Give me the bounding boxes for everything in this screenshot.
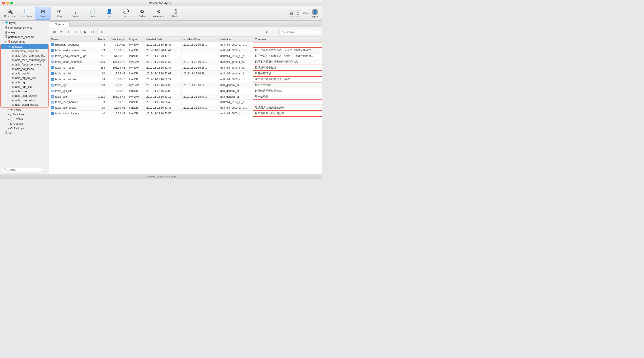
view-button[interactable]: 👁 View xyxy=(52,7,68,20)
sidebar-search-input[interactable] xyxy=(8,168,40,171)
view-toggle-right[interactable]: ⊡ xyxy=(295,10,301,16)
search-icon: 🔍 xyxy=(4,168,7,171)
table-row[interactable]: table_tag_list_like3416.00 KBInnoDB2019-… xyxy=(49,76,322,82)
col-header-name: Name xyxy=(49,37,92,42)
window-title: Navicat for MySQL xyxy=(149,1,173,5)
table-row[interactable]: table_ugc2887.03 KBMyISAM2019-11-23 16:5… xyxy=(49,82,322,88)
sidebar-item-events[interactable]: ▶ 🕐 Events xyxy=(0,117,49,121)
edit-table-button[interactable]: ✏ xyxy=(58,28,65,35)
cell-created: 2019-11-23 16:52:01 xyxy=(144,71,182,76)
table-row-icon xyxy=(51,60,54,63)
sidebar-item-table-tag-list[interactable]: ⊞ table_tag_list xyxy=(1,71,48,76)
table-container[interactable]: Name Rows Data Length Engine Created Dat… xyxy=(49,37,322,174)
function-button[interactable]: ƒ Function xyxy=(68,7,84,20)
connection-button[interactable]: 🔌 Connection xyxy=(2,7,18,20)
cell-created: 2019-11-23 16:53:50 xyxy=(144,111,182,116)
query-button[interactable]: 💬 Query xyxy=(118,7,134,20)
table-icon-13: ⊞ xyxy=(12,103,14,106)
table-row[interactable]: table_watch_history4016.00 KBInnoDB2019-… xyxy=(49,111,322,116)
table-icon-5: ⊞ xyxy=(12,68,14,71)
list-view-btn[interactable]: ≡ xyxy=(263,28,270,35)
new-query-button[interactable]: 📄 New Query xyxy=(18,7,34,20)
table-row[interactable]: table_hot_feeds264101.14 KBMyISAM2019-11… xyxy=(49,65,322,71)
sidebar-item-sys[interactable]: 🗄 sys xyxy=(0,131,49,135)
add-view-button[interactable]: + xyxy=(65,28,72,35)
cell-collation: utf8mb4_0900_ai_ci... xyxy=(218,105,253,111)
table-search-input[interactable] xyxy=(286,31,318,33)
table-row[interactable]: table_feeds_comment1,030126.51 KBMyISAM2… xyxy=(49,59,322,65)
connection-label: Connection xyxy=(4,15,16,17)
table-row[interactable]: table_user1,221156.05 KBMyISAM2019-11-23… xyxy=(49,94,322,100)
sidebar-item-table-ugc-like[interactable]: ⊞ table_ugc_like xyxy=(1,85,48,89)
sidebar-item-table-user-follow[interactable]: ⊞ table_user_follow xyxy=(1,98,48,103)
table-row[interactable]: table_user_banner316.00 KBInnoDB2019-11-… xyxy=(49,100,322,105)
add-table-button[interactable]: ⊞ xyxy=(51,28,58,35)
sidebar: ▼ 🐬 mysql 🗄 information_schema 🗄 mysql 🗄… xyxy=(0,20,49,174)
automation-button[interactable]: ⚙ Automation xyxy=(151,7,167,20)
table-row[interactable]: hibernate_sequence436 bytesMyISAM2019-11… xyxy=(49,42,322,47)
table-row[interactable]: table_user_follow2016.00 KBInnoDB2019-11… xyxy=(49,105,322,111)
sidebar-item-backups[interactable]: ▶ ♻ Backups xyxy=(0,126,49,131)
event-label: Event xyxy=(90,15,96,17)
design-table-button[interactable]: ⊟ xyxy=(89,28,96,35)
grid-view-btn[interactable]: ⠿ xyxy=(256,28,263,35)
cell-created: 2019-11-23 16:52:27 xyxy=(144,76,182,82)
sidebar-item-table-feed-comment-ugc[interactable]: ⊞ table_feed_comment_ugc xyxy=(1,58,48,62)
table-row[interactable]: table_feed_comment_like3916.00 KBInnoDB2… xyxy=(49,47,322,53)
cell-modified: 2019-11-22 16:28:... xyxy=(181,59,218,65)
sidebar-item-mysql[interactable]: 🗄 mysql xyxy=(0,30,49,35)
sidebar-search-box[interactable]: 🔍 xyxy=(2,168,42,172)
cell-engine: InnoDB xyxy=(127,47,144,53)
minimize-button[interactable] xyxy=(6,2,9,4)
sidebar-item-table-feed-comment-like[interactable]: ⊞ table_feed_comment_like xyxy=(1,53,48,58)
table-row[interactable]: table_feed_comment_ugc76164.00 KBInnoDB2… xyxy=(49,53,322,59)
cell-rows: 288 xyxy=(92,82,107,88)
sidebar-item-table-tag-list-like[interactable]: ⊞ table_tag_list_like xyxy=(1,76,48,80)
objects-tab[interactable]: Objects xyxy=(49,21,70,27)
open-table-button[interactable]: ▶ xyxy=(82,28,89,35)
view-toggle-left[interactable]: ▤ xyxy=(288,10,294,16)
user-button[interactable]: 👤 User xyxy=(101,7,117,20)
new-query-label: New Query xyxy=(21,15,32,17)
sidebar-item-tables[interactable]: ▼ ⊞ Tables xyxy=(1,44,48,49)
delete-button[interactable]: ✕ xyxy=(72,28,79,35)
table-button[interactable]: ⊞ Table xyxy=(35,7,51,20)
model-button[interactable]: 🗄 Model xyxy=(167,7,183,20)
sign-in-button[interactable]: 👤 Sign In xyxy=(310,9,320,18)
cell-modified: 2019-11-22 16:28:... xyxy=(181,82,218,88)
sidebar-item-table-hot-feeds[interactable]: ⊞ table_hot_feeds xyxy=(1,67,48,71)
sidebar-item-performance-schema[interactable]: 🗄 performance_schema xyxy=(0,35,49,39)
sidebar-item-functions[interactable]: ▶ ƒ Functions xyxy=(0,112,49,117)
db-icon: 🗄 xyxy=(4,26,8,29)
new-query-icon: 📄 xyxy=(24,9,30,14)
cell-modified xyxy=(181,88,218,94)
maximize-button[interactable] xyxy=(10,2,13,4)
table-search-box[interactable]: 🔍 xyxy=(280,30,320,34)
table-row[interactable]: table_ugc_like3116.00 KBInnoDB2019-11-23… xyxy=(49,88,322,94)
close-button[interactable] xyxy=(2,2,5,4)
cell-name: table_user xyxy=(49,94,92,100)
sidebar-item-table-user-banner[interactable]: ⊞ table_user_banner xyxy=(1,94,48,98)
sidebar-item-queries[interactable]: ▶ ⊞ Queries xyxy=(0,121,49,126)
cell-data-length: 64.00 KB xyxy=(107,53,127,59)
sidebar-item-table-watch-history[interactable]: ⊞ table_watch_history xyxy=(1,103,48,107)
sidebar-item-mysql-root[interactable]: ▼ 🐬 mysql xyxy=(0,20,49,25)
view-icon: 👁 xyxy=(57,9,62,14)
sidebar-item-table-user[interactable]: ⊞ table_user xyxy=(1,89,48,94)
table-row[interactable]: table_tag_list6017.34 KBInnoDB2019-11-23… xyxy=(49,71,322,76)
sidebar-item-hibernate-sequence[interactable]: ⊞ hibernate_sequence xyxy=(1,49,48,53)
cell-rows: 3 xyxy=(92,100,107,105)
sidebar-item-serverdemo[interactable]: ▼ 🗄 serverdemo xyxy=(0,39,49,44)
cell-modified: 2019-11-22 16:28:... xyxy=(181,65,218,71)
cell-rows: 39 xyxy=(92,47,107,53)
table-row-icon xyxy=(51,84,54,87)
event-button[interactable]: 🕐 Event xyxy=(84,7,100,20)
backup-button[interactable]: ♻ Backup xyxy=(134,7,150,20)
cell-created: 2019-11-22 20:47:44 xyxy=(144,47,182,53)
sidebar-item-information-schema[interactable]: 🗄 information_schema xyxy=(0,25,49,30)
refresh-button[interactable]: ↻ xyxy=(99,28,106,35)
sidebar-item-views[interactable]: ▶ 👁 Views xyxy=(0,107,49,112)
sidebar-item-table-feeds-comment[interactable]: ⊞ table_feeds_comment xyxy=(1,62,48,67)
sidebar-item-table-ugc[interactable]: ⊞ table_ugc xyxy=(1,80,48,85)
detail-view-btn[interactable]: ⊡ xyxy=(270,28,277,35)
